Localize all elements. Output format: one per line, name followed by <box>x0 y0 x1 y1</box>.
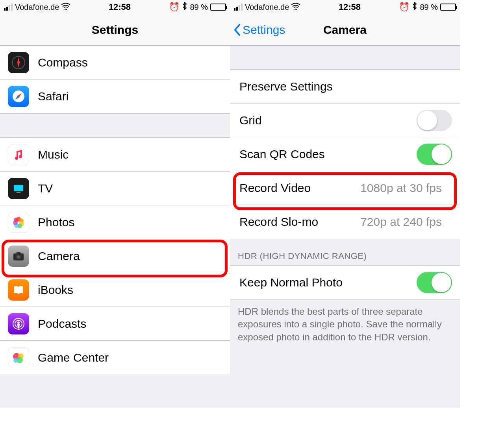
carrier-label: Vodafone.de <box>15 3 59 12</box>
svg-point-16 <box>17 256 20 258</box>
podcasts-icon <box>8 313 29 334</box>
status-bar: Vodafone.de 12:58 ⏰ 89 % <box>230 0 460 14</box>
row-keep-normal-photo[interactable]: Keep Normal Photo <box>230 266 460 299</box>
safari-icon <box>8 86 29 107</box>
page-title: Camera <box>323 23 367 37</box>
back-button[interactable]: Settings <box>234 23 285 37</box>
gamecenter-icon <box>8 347 29 368</box>
status-time: 12:58 <box>109 2 131 12</box>
grid-toggle[interactable] <box>417 110 452 131</box>
chevron-right-icon <box>447 82 452 91</box>
camera-settings-list[interactable]: Preserve Settings Grid Scan QR Codes Rec… <box>230 46 460 351</box>
row-label: Podcasts <box>38 317 217 331</box>
chevron-right-icon <box>217 218 222 227</box>
row-grid[interactable]: Grid <box>230 103 460 137</box>
row-label: Record Slo-mo <box>239 215 360 229</box>
settings-row-music[interactable]: Music <box>0 138 230 172</box>
wifi-icon <box>291 2 300 12</box>
status-bar: Vodafone.de 12:58 ⏰ 89 % <box>0 0 230 14</box>
settings-list[interactable]: Compass Safari Music <box>0 46 230 395</box>
battery-percent: 89 % <box>190 3 208 12</box>
row-detail: 720p at 240 fps <box>360 215 442 229</box>
row-label: Safari <box>38 90 217 103</box>
settings-row-ibooks[interactable]: iBooks <box>0 273 230 307</box>
row-scan-qr[interactable]: Scan QR Codes <box>230 137 460 171</box>
row-preserve-settings[interactable]: Preserve Settings <box>230 70 460 103</box>
svg-point-20 <box>17 321 20 324</box>
wifi-icon <box>61 2 70 12</box>
svg-marker-1 <box>17 57 20 68</box>
photos-icon <box>8 212 29 233</box>
chevron-right-icon <box>447 183 452 193</box>
chevron-right-icon <box>217 319 222 329</box>
ibooks-icon <box>8 279 29 301</box>
chevron-right-icon <box>217 285 222 295</box>
settings-row-podcasts[interactable]: Podcasts <box>0 307 230 341</box>
battery-icon <box>210 4 226 11</box>
settings-row-tv[interactable]: TV <box>0 172 230 205</box>
battery-icon <box>440 4 456 11</box>
settings-row-compass[interactable]: Compass <box>0 46 230 79</box>
row-label: iBooks <box>38 283 217 297</box>
row-label: TV <box>38 182 217 195</box>
chevron-right-icon <box>217 58 222 67</box>
page-title: Settings <box>92 23 138 37</box>
hdr-section-header: HDR (HIGH DYNAMIC RANGE) <box>230 239 460 265</box>
tv-icon <box>8 178 29 199</box>
settings-row-gamecenter[interactable]: Game Center <box>0 341 230 375</box>
chevron-right-icon <box>217 150 222 159</box>
row-label: Camera <box>38 249 217 263</box>
svg-rect-5 <box>14 185 23 191</box>
chevron-right-icon <box>217 251 222 261</box>
camera-settings-screen: Vodafone.de 12:58 ⏰ 89 % Settings Camera… <box>230 0 460 408</box>
signal-icon <box>234 4 243 11</box>
bluetooth-icon <box>412 2 417 13</box>
row-label: Photos <box>38 216 217 229</box>
alarm-icon: ⏰ <box>169 2 180 12</box>
settings-row-photos[interactable]: Photos <box>0 205 230 239</box>
scan-qr-toggle[interactable] <box>417 144 452 165</box>
row-detail: 1080p at 30 fps <box>360 181 442 195</box>
settings-screen: Vodafone.de 12:58 ⏰ 89 % Settings Compas… <box>0 0 230 408</box>
nav-bar: Settings <box>0 14 230 46</box>
keep-normal-toggle[interactable] <box>417 272 452 293</box>
svg-point-24 <box>13 358 18 363</box>
bluetooth-icon <box>182 2 187 13</box>
nav-bar: Settings Camera <box>230 14 460 46</box>
row-label: Music <box>38 148 217 161</box>
settings-row-camera[interactable]: Camera <box>0 239 230 273</box>
carrier-label: Vodafone.de <box>245 3 289 12</box>
status-time: 12:58 <box>339 2 361 12</box>
svg-point-13 <box>14 218 19 222</box>
chevron-right-icon <box>217 92 222 101</box>
hdr-section-footer: HDR blends the best parts of three separ… <box>230 300 460 351</box>
row-record-slomo[interactable]: Record Slo-mo 720p at 240 fps <box>230 205 460 239</box>
row-record-video[interactable]: Record Video 1080p at 30 fps <box>230 171 460 205</box>
chevron-right-icon <box>217 353 222 362</box>
chevron-right-icon <box>447 217 452 227</box>
settings-row-safari[interactable]: Safari <box>0 79 230 113</box>
chevron-right-icon <box>217 184 222 193</box>
row-label: Record Video <box>239 181 360 195</box>
row-label: Grid <box>239 114 417 127</box>
svg-rect-17 <box>17 252 20 254</box>
row-label: Scan QR Codes <box>239 148 417 161</box>
signal-icon <box>4 4 13 11</box>
row-label: Preserve Settings <box>239 80 447 93</box>
row-label: Compass <box>38 56 217 69</box>
svg-rect-6 <box>17 192 20 193</box>
camera-icon <box>8 246 29 267</box>
music-icon <box>8 144 29 165</box>
row-label: Game Center <box>38 351 217 364</box>
back-label: Settings <box>243 23 285 37</box>
row-label: Keep Normal Photo <box>239 276 417 289</box>
compass-icon <box>8 52 29 73</box>
battery-percent: 89 % <box>420 3 438 12</box>
alarm-icon: ⏰ <box>399 2 410 12</box>
